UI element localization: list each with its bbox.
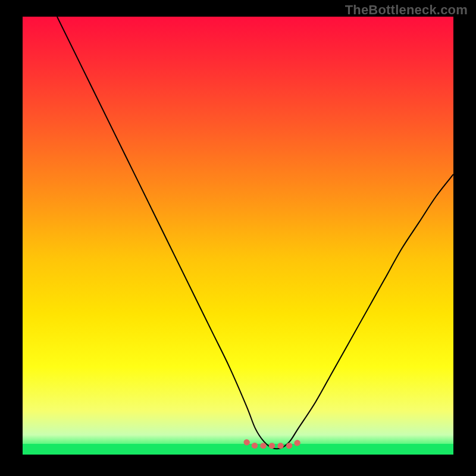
bottom-green-band	[23, 444, 453, 455]
plot-svg	[23, 17, 453, 455]
gradient-background	[23, 17, 453, 455]
plot-area	[23, 17, 453, 455]
chart-frame: TheBottleneck.com	[0, 0, 476, 476]
watermark-text: TheBottleneck.com	[345, 2, 468, 18]
